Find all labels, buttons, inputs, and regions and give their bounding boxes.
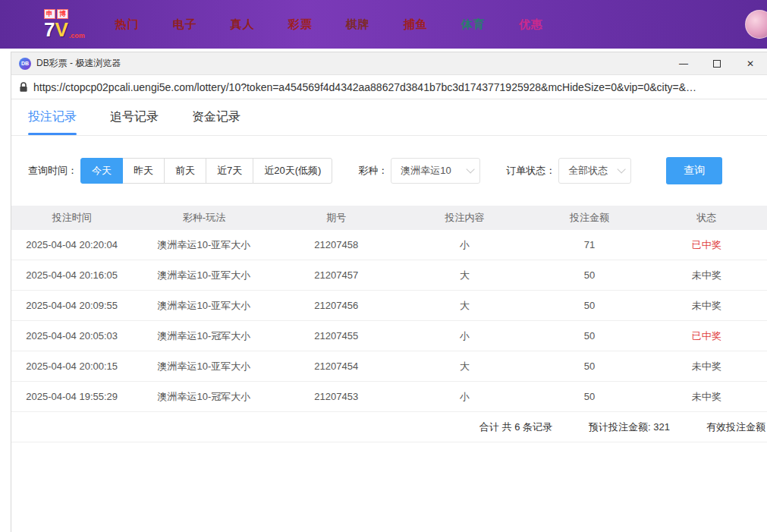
cell-time: 2025-04-04 20:16:05	[11, 269, 132, 281]
cell-time: 2025-04-04 20:09:55	[11, 300, 132, 311]
cell-amount: 50	[533, 330, 646, 342]
cell-game: 澳洲幸运10-冠军大小	[132, 329, 275, 343]
browser-title: DB彩票 - 极速浏览器	[36, 57, 121, 70]
logo-v: V	[55, 20, 68, 39]
close-button[interactable]: ✕	[734, 52, 767, 74]
time-filter-label: 查询时间：	[28, 164, 77, 178]
time-filter-group: 今天 昨天 前天 近7天 近20天(低频)	[80, 158, 332, 184]
minimize-button[interactable]: —	[667, 52, 700, 74]
url-text: https://ctopcp02pcali.uengi5e.com/lotter…	[33, 81, 696, 93]
order-status-select[interactable]: 全部状态	[558, 158, 631, 184]
tab-chase-records[interactable]: 追号记录	[110, 99, 159, 135]
cell-issue: 21207458	[276, 239, 397, 250]
cell-time: 2025-04-04 20:00:15	[11, 360, 132, 372]
cell-game: 澳洲幸运10-亚军大小	[132, 238, 275, 252]
lock-icon	[19, 82, 28, 93]
table-row: 2025-04-04 20:20:04 澳洲幸运10-亚军大小 21207458…	[11, 230, 767, 260]
search-button[interactable]: 查询	[666, 157, 722, 184]
cell-amount: 71	[533, 239, 646, 250]
lottery-select-value: 澳洲幸运10	[401, 164, 451, 178]
cell-game: 澳洲幸运10-亚军大小	[132, 269, 275, 282]
cell-issue: 21207457	[276, 269, 397, 281]
maximize-icon	[713, 60, 721, 68]
summary-valid: 有效投注金额	[706, 420, 765, 434]
cell-issue: 21207454	[276, 360, 397, 372]
logo-main: 7 V .com	[44, 20, 85, 39]
table-row: 2025-04-04 20:05:03 澳洲幸运10-冠军大小 21207455…	[11, 321, 767, 351]
time-option-yesterday[interactable]: 昨天	[122, 158, 165, 184]
time-option-20days[interactable]: 近20天(低频)	[253, 158, 332, 184]
filter-bar: 查询时间： 今天 昨天 前天 近7天 近20天(低频) 彩种： 澳洲幸运10 订…	[28, 157, 767, 184]
cell-content: 大	[397, 269, 533, 282]
record-tabs: 投注记录 追号记录 资金记录	[11, 99, 767, 136]
chevron-down-icon	[467, 165, 475, 173]
cell-time: 2025-04-04 20:05:03	[11, 330, 132, 342]
table-row: 2025-04-04 20:16:05 澳洲幸运10-亚军大小 21207457…	[11, 260, 767, 291]
cell-content: 大	[397, 299, 533, 313]
nav-item-hot[interactable]: 热门	[115, 17, 140, 32]
cell-content: 大	[397, 360, 533, 373]
table-summary-row: 合计 共 6 条记录 预计投注金额: 321 有效投注金额	[11, 412, 767, 442]
cell-game: 澳洲幸运10-亚军大小	[132, 360, 275, 373]
cell-status: 未中奖	[646, 269, 767, 282]
header-bet-time: 投注时间	[11, 211, 132, 225]
address-bar[interactable]: https://ctopcp02pcali.uengi5e.com/lotter…	[11, 75, 767, 99]
tab-bet-records[interactable]: 投注记录	[28, 99, 77, 135]
browser-window: DB DB彩票 - 极速浏览器 — ✕ https://ctopcp02pcal…	[11, 52, 767, 532]
site-logo[interactable]: 申 博 7 V .com	[44, 9, 85, 39]
cell-status: 已中奖	[646, 329, 767, 343]
header-status: 状态	[646, 211, 767, 225]
status-select-value: 全部状态	[568, 164, 608, 178]
time-option-today[interactable]: 今天	[80, 158, 123, 184]
nav-item-promo[interactable]: 优惠	[519, 17, 543, 32]
tab-fund-records[interactable]: 资金记录	[192, 99, 240, 135]
cell-issue: 21207453	[276, 391, 397, 402]
cell-amount: 50	[533, 269, 646, 281]
header-content: 投注内容	[397, 211, 533, 225]
cell-time: 2025-04-04 20:20:04	[11, 239, 132, 250]
user-avatar[interactable]	[745, 10, 767, 39]
nav-item-fishing[interactable]: 捕鱼	[404, 17, 428, 32]
table-header-row: 投注时间 彩种-玩法 期号 投注内容 投注金额 状态	[11, 206, 767, 230]
table-row: 2025-04-04 20:00:15 澳洲幸运10-亚军大小 21207454…	[11, 351, 767, 382]
cell-content: 小	[397, 390, 533, 404]
table-row: 2025-04-04 19:55:29 澳洲幸运10-冠军大小 21207453…	[11, 382, 767, 412]
time-option-7days[interactable]: 近7天	[206, 158, 253, 184]
summary-total: 合计 共 6 条记录	[479, 420, 552, 434]
browser-titlebar[interactable]: DB DB彩票 - 极速浏览器 — ✕	[11, 52, 767, 75]
window-controls: — ✕	[667, 52, 767, 74]
cell-status: 未中奖	[646, 390, 767, 404]
summary-expected: 预计投注金额: 321	[589, 420, 670, 434]
main-nav: 热门 电子 真人 彩票 棋牌 捕鱼 体育 优惠	[115, 17, 543, 32]
cell-status: 已中奖	[646, 238, 767, 252]
header-game-play: 彩种-玩法	[132, 211, 275, 225]
lottery-select[interactable]: 澳洲幸运10	[391, 158, 480, 184]
cell-issue: 21207455	[276, 330, 397, 342]
logo-7: 7	[44, 20, 55, 39]
cell-game: 澳洲幸运10-冠军大小	[132, 390, 275, 404]
cell-amount: 50	[533, 300, 646, 311]
header-issue: 期号	[276, 211, 397, 225]
cell-issue: 21207456	[276, 300, 397, 311]
logo-com: .com	[69, 33, 85, 39]
nav-item-slots[interactable]: 电子	[173, 17, 197, 32]
cell-time: 2025-04-04 19:55:29	[11, 391, 132, 402]
maximize-button[interactable]	[700, 52, 734, 74]
lottery-filter-label: 彩种：	[358, 164, 388, 178]
cell-game: 澳洲幸运10-亚军大小	[132, 299, 275, 313]
nav-item-live[interactable]: 真人	[231, 17, 255, 32]
time-option-daybefore[interactable]: 前天	[164, 158, 206, 184]
status-filter-label: 订单状态：	[506, 164, 555, 178]
cell-status: 未中奖	[646, 299, 767, 313]
chevron-down-icon	[618, 165, 626, 173]
cell-amount: 50	[533, 360, 646, 372]
cell-content: 小	[397, 329, 533, 343]
nav-item-cards[interactable]: 棋牌	[346, 17, 370, 32]
cell-content: 小	[397, 238, 533, 252]
table-row: 2025-04-04 20:09:55 澳洲幸运10-亚军大小 21207456…	[11, 291, 767, 321]
nav-item-sports[interactable]: 体育	[461, 17, 486, 32]
cell-amount: 50	[533, 391, 646, 402]
cell-status: 未中奖	[646, 360, 767, 373]
nav-item-lottery[interactable]: 彩票	[288, 17, 313, 32]
browser-app-icon: DB	[19, 58, 31, 70]
